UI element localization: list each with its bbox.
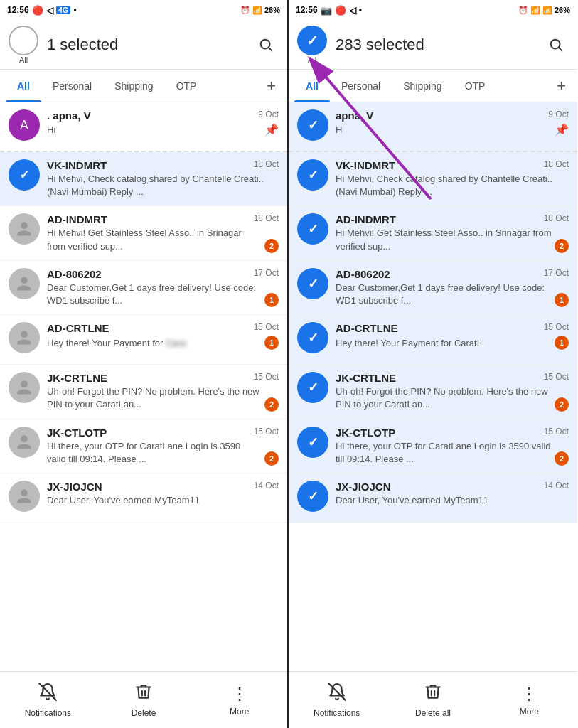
status-bar-right: 12:56 📷 🔴 ◁ • ⏰ 📶 📶 26%	[289, 0, 577, 20]
mail-item-2-right[interactable]: ✓ AD-INDMRT 18 Oct Hi Mehvi! Get Stainle…	[289, 206, 577, 260]
badge-2-right: 2	[555, 239, 569, 253]
tab-all-left[interactable]: All	[6, 70, 41, 102]
nav-delete-all-label-right: Delete all	[415, 708, 451, 718]
mail-date-0-left: 9 Oct	[258, 109, 279, 119]
tab-add-right[interactable]: +	[551, 77, 572, 95]
pin-icon-0-left: 📌	[264, 123, 279, 136]
search-button-left[interactable]	[253, 32, 279, 58]
badge-4-right: 1	[555, 336, 569, 350]
avatar-6-left	[9, 427, 40, 458]
avatar-2-right: ✓	[297, 213, 328, 245]
avatar-wrap-0-right: ✓	[297, 109, 328, 141]
mail-preview-0-left: Hi	[47, 124, 262, 136]
mail-sender-2-left: AD-INDMRT	[47, 213, 107, 225]
time-left: 12:56	[7, 5, 29, 15]
mail-preview-0-right: H	[336, 124, 552, 136]
mail-item-4-right[interactable]: ✓ AD-CRTLNE 15 Oct Hey there! Your Payme…	[289, 315, 577, 365]
tabs-left: All Personal Shipping OTP +	[0, 70, 287, 102]
badge-4-left: 1	[264, 336, 279, 350]
avatar-7-right: ✓	[297, 481, 328, 512]
tab-all-right[interactable]: All	[294, 70, 330, 102]
select-all-button-left[interactable]	[9, 26, 38, 55]
nav-delete-all-right[interactable]: Delete all	[385, 682, 481, 718]
avatar-5-right: ✓	[297, 372, 328, 403]
mail-date-1-left: 18 Oct	[254, 159, 279, 169]
mail-sender-0-right: apna, V	[336, 109, 373, 122]
mail-preview-4-right: Hey there! Your Payment for CaratL	[336, 337, 552, 350]
mail-list-left: A . apna, V 9 Oct Hi 📌 ✓	[0, 102, 287, 671]
tabs-right: All Personal Shipping OTP +	[289, 70, 577, 102]
mail-item-0-left[interactable]: A . apna, V 9 Oct Hi 📌	[0, 102, 287, 152]
mail-body-5-left: JK-CRTLNE 15 Oct Uh-oh! Forgot the PIN? …	[47, 372, 279, 411]
mail-date-7-left: 14 Oct	[254, 481, 279, 491]
tab-otp-right[interactable]: OTP	[454, 70, 497, 102]
mail-sender-4-right: AD-CRTLNE	[336, 322, 398, 334]
avatar-wrap-7-right: ✓	[297, 481, 328, 512]
avatar-2-left	[9, 213, 40, 245]
mail-sender-7-left: JX-JIOJCN	[47, 481, 102, 493]
select-all-button-right[interactable]: ✓	[297, 26, 327, 55]
avatar-wrap-7-left	[9, 481, 40, 512]
mail-sender-1-left: VK-INDMRT	[47, 159, 107, 171]
nav-notifications-right[interactable]: Notifications	[289, 682, 385, 718]
mail-date-5-right: 15 Oct	[544, 372, 569, 382]
mail-date-5-left: 15 Oct	[254, 372, 279, 382]
mail-item-5-left[interactable]: JK-CRTLNE 15 Oct Uh-oh! Forgot the PIN? …	[0, 365, 287, 419]
mail-item-2-left[interactable]: AD-INDMRT 18 Oct Hi Mehvi! Get Stainless…	[0, 206, 287, 260]
mail-item-6-right[interactable]: ✓ JK-CTLOTP 15 Oct Hi there, your OTP fo…	[289, 419, 577, 473]
header-title-right: 283 selected	[336, 36, 535, 54]
signal-icon-left: 📶	[252, 6, 262, 15]
nav-delete-left[interactable]: Delete	[96, 682, 192, 718]
mail-item-6-left[interactable]: JK-CTLOTP 15 Oct Hi there, your OTP for …	[0, 419, 287, 473]
tab-personal-right[interactable]: Personal	[330, 70, 392, 102]
avatar-wrap-3-left	[9, 268, 40, 299]
mail-sender-2-right: AD-INDMRT	[336, 213, 396, 225]
avatar-wrap-4-right: ✓	[297, 322, 328, 353]
mail-sender-6-left: JK-CTLOTP	[47, 427, 107, 439]
mail-item-7-left[interactable]: JX-JIOJCN 14 Oct Dear User, You've earne…	[0, 473, 287, 523]
nav-more-left[interactable]: ⋮ More	[191, 684, 287, 717]
nav-icon-left: ◁	[46, 5, 53, 16]
mail-item-0-right[interactable]: ✓ apna, V 9 Oct H 📌	[289, 102, 577, 152]
tab-personal-left[interactable]: Personal	[41, 70, 103, 102]
notif-icon-left: 🔴	[32, 5, 43, 16]
tab-shipping-right[interactable]: Shipping	[392, 70, 454, 102]
battery-right: 26%	[555, 6, 570, 14]
badge-5-right: 2	[555, 397, 569, 412]
dot-right: •	[359, 5, 362, 15]
mail-item-1-right[interactable]: ✓ VK-INDMRT 18 Oct Hi Mehvi, Check catal…	[289, 152, 577, 206]
mail-date-6-right: 15 Oct	[544, 427, 569, 437]
mail-item-7-right[interactable]: ✓ JX-JIOJCN 14 Oct Dear User, You've ear…	[289, 473, 577, 523]
person-icon-2-left	[16, 220, 33, 237]
mail-preview-7-right: Dear User, You've earned MyTeam11	[336, 494, 569, 507]
mail-item-5-right[interactable]: ✓ JK-CRTLNE 15 Oct Uh-oh! Forgot the PIN…	[289, 365, 577, 419]
avatar-wrap-3-right: ✓	[297, 268, 328, 299]
tab-add-left[interactable]: +	[261, 77, 282, 95]
mail-date-0-right: 9 Oct	[548, 109, 569, 119]
mail-body-3-right: AD-806202 17 Oct Dear Customer,Get 1 day…	[336, 268, 569, 307]
mail-item-4-left[interactable]: AD-CRTLNE 15 Oct Hey there! Your Payment…	[0, 315, 287, 365]
nav-icon-right: ◁	[349, 5, 356, 16]
avatar-0-right: ✓	[297, 109, 328, 141]
bottom-nav-right: Notifications Delete all ⋮ More	[289, 671, 577, 728]
avatar-5-left	[9, 372, 40, 403]
mail-sender-6-right: JK-CTLOTP	[336, 427, 395, 439]
mail-date-6-left: 15 Oct	[254, 427, 279, 437]
battery-left: 26%	[264, 6, 280, 14]
tab-otp-left[interactable]: OTP	[165, 70, 208, 102]
mail-body-7-left: JX-JIOJCN 14 Oct Dear User, You've earne…	[47, 481, 279, 507]
trash-icon-left	[134, 682, 153, 701]
mail-item-3-left[interactable]: AD-806202 17 Oct Dear Customer,Get 1 day…	[0, 261, 287, 315]
nav-more-right[interactable]: ⋮ More	[481, 684, 577, 717]
nav-notifications-left[interactable]: Notifications	[0, 682, 96, 718]
time-right: 12:56	[296, 5, 318, 15]
search-button-right[interactable]	[543, 32, 569, 58]
mail-item-3-right[interactable]: ✓ AD-806202 17 Oct Dear Customer,Get 1 d…	[289, 261, 577, 315]
avatar-wrap-5-left	[9, 372, 40, 403]
tab-shipping-left[interactable]: Shipping	[103, 70, 165, 102]
mail-item-1-left[interactable]: ✓ VK-INDMRT 18 Oct Hi Mehvi, Check catal…	[0, 152, 287, 206]
avatar-wrap-2-left	[9, 213, 40, 245]
mail-date-1-right: 18 Oct	[544, 159, 569, 169]
mail-sender-3-right: AD-806202	[336, 268, 390, 280]
avatar-6-right: ✓	[297, 427, 328, 458]
